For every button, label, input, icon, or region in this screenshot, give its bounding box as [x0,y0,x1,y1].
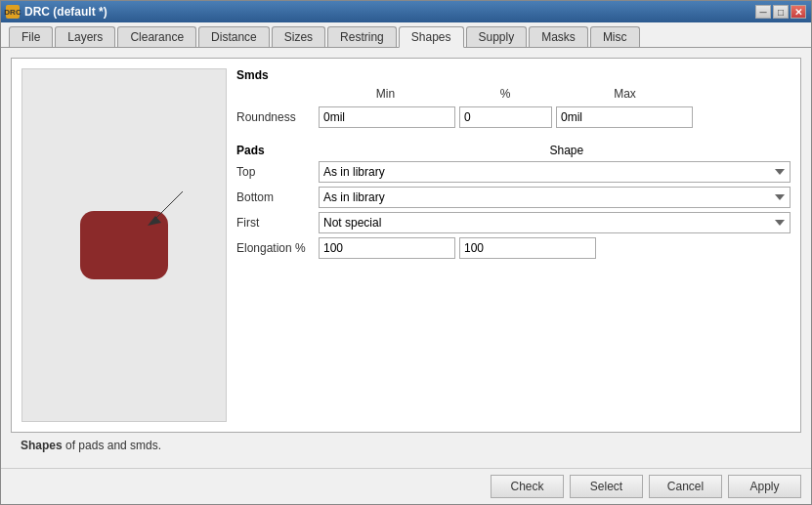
main-panel: Smds Min % Max Roundness [11,58,801,433]
svg-marker-1 [148,216,161,226]
tab-distance[interactable]: Distance [198,26,270,47]
pads-top-dropdown[interactable]: As in library Square Round Octagon [319,161,791,183]
smds-section: Smds Min % Max Roundness [236,68,791,128]
tab-file[interactable]: File [9,26,53,47]
pads-first-dropdown[interactable]: Not special As in library Square Round O… [319,212,791,233]
pads-elongation-label: Elongation % [236,241,315,255]
roundness-pct-input[interactable] [459,106,552,128]
minimize-button[interactable]: ─ [755,5,771,19]
shape-col-header: Shape [549,144,583,157]
smds-col-pct-header: % [456,87,554,101]
roundness-label: Roundness [236,110,315,124]
status-bold: Shapes [21,439,63,452]
tab-sizes[interactable]: Sizes [272,26,325,47]
tab-layers[interactable]: Layers [55,26,115,47]
pads-elongation-input1[interactable] [319,237,455,259]
content-area: Smds Min % Max Roundness [1,48,811,468]
smds-header-row: Min % Max [236,87,791,101]
close-button[interactable]: ✕ [791,5,806,19]
smds-label: Smds [236,68,269,82]
pads-elongation-input2[interactable] [459,237,596,259]
status-text: of pads and smds. [63,439,161,452]
svg-line-0 [153,191,183,221]
smds-col-max-header: Max [554,87,696,101]
pads-bottom-row: Bottom As in library Square Round Octago… [236,187,791,208]
tabs-bar: File Layers Clearance Distance Sizes Res… [1,22,811,48]
title-bar: DRC DRC (default *) ─ □ ✕ [1,1,811,22]
smds-col-min-header: Min [315,87,456,101]
tab-supply[interactable]: Supply [466,26,528,47]
title-bar-left: DRC DRC (default *) [6,5,107,19]
tab-clearance[interactable]: Clearance [117,26,196,47]
pads-bottom-label: Bottom [236,190,315,204]
pads-top-label: Top [236,165,315,179]
tab-masks[interactable]: Masks [529,26,588,47]
roundness-row: Roundness [236,106,791,128]
pads-first-label: First [236,216,315,230]
maximize-button[interactable]: □ [773,5,789,19]
tab-misc[interactable]: Misc [590,26,640,47]
pads-first-row: First Not special As in library Square R… [236,212,791,233]
window-title: DRC (default *) [24,5,107,19]
app-icon: DRC [6,5,20,19]
main-window: DRC DRC (default *) ─ □ ✕ File Layers Cl… [0,0,812,505]
arrow-indicator [134,187,188,231]
roundness-min-input[interactable] [319,106,455,128]
pads-elongation-row: Elongation % [236,237,791,259]
pads-top-row: Top As in library Square Round Octagon [236,161,791,183]
apply-button[interactable]: Apply [728,475,801,498]
pads-section: Pads Shape Top As in library Square Roun… [236,144,791,263]
pads-header-row: Pads Shape [236,144,791,157]
settings-panel: Smds Min % Max Roundness [236,68,791,422]
pads-bottom-dropdown[interactable]: As in library Square Round Octagon [319,187,791,208]
roundness-max-input[interactable] [556,106,693,128]
pads-label: Pads [236,144,265,157]
preview-panel [21,68,227,422]
cancel-button[interactable]: Cancel [649,475,722,498]
status-bar: Shapes of pads and smds. [11,433,801,458]
tab-shapes[interactable]: Shapes [399,26,464,48]
tab-restring[interactable]: Restring [327,26,397,47]
check-button[interactable]: Check [491,475,564,498]
select-button[interactable]: Select [570,475,643,498]
window-controls: ─ □ ✕ [755,5,806,19]
button-bar: Check Select Cancel Apply [1,468,811,504]
